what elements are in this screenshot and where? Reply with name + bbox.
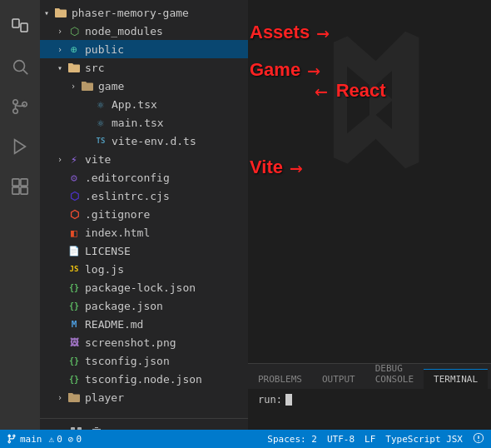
item-label: screenshot.png [85, 336, 248, 349]
svg-rect-8 [12, 179, 19, 186]
git-branch-status[interactable]: main [7, 434, 42, 445]
folder-chevron: › [53, 391, 67, 404]
item-label: index.html [85, 226, 248, 239]
tree-item-package-lock.json[interactable]: {}package-lock.json [40, 278, 248, 296]
svg-rect-0 [12, 19, 19, 27]
item-label: .editorconfig [85, 172, 248, 184]
tree-item-tsconfig.json[interactable]: {}tsconfig.json [40, 351, 248, 370]
item-label: vite-env.d.ts [112, 135, 248, 147]
warnings-count: 0 [76, 434, 82, 445]
tree-item-LICENSE[interactable]: 📄LICENSE [40, 241, 248, 260]
tree-item-node_modules[interactable]: ›⬡node_modules [40, 22, 248, 40]
main-area: Assets → Game → ← React Vite → PROBLEMS … [248, 0, 491, 448]
file-spacer [53, 372, 67, 386]
notification-icon[interactable] [473, 432, 484, 446]
tab-problems[interactable]: PROBLEMS [248, 370, 312, 389]
svg-rect-10 [12, 187, 19, 194]
svg-point-5 [13, 109, 18, 114]
file-icon: {} [67, 354, 82, 367]
branch-name: main [20, 434, 42, 445]
extensions-icon[interactable] [0, 167, 40, 207]
tab-output[interactable]: OUTPUT [312, 370, 365, 389]
tree-item-vite-env.d.ts[interactable]: TSvite-env.d.ts [40, 132, 248, 150]
svg-marker-7 [15, 140, 26, 154]
tree-item-public[interactable]: ›⊕public [40, 40, 248, 58]
file-icon: JS [67, 262, 82, 276]
item-label: node_modules [85, 25, 248, 37]
tree-item-README.md[interactable]: MREADME.md [40, 315, 248, 333]
folder-icon [67, 61, 82, 74]
item-label: README.md [85, 318, 248, 331]
tree-item-log.js[interactable]: JSlog.js [40, 260, 248, 278]
tab-debug-console[interactable]: DEBUG CONSOLE [365, 359, 424, 389]
item-label: App.tsx [112, 98, 248, 111]
git-icon[interactable] [0, 87, 40, 127]
file-spacer [53, 171, 67, 184]
file-spacer [53, 189, 67, 202]
file-icon: {} [67, 299, 82, 312]
file-icon: 📄 [67, 244, 82, 257]
errors-count: 0 [57, 434, 62, 445]
status-right: Spaces: 2 UTF-8 LF TypeScript JSX [267, 432, 484, 446]
item-label: tsconfig.node.json [85, 373, 248, 386]
tab-ports[interactable]: PORTS [488, 370, 491, 389]
item-label: package.json [85, 300, 248, 312]
file-icon: ⚛ [93, 116, 108, 129]
errors-status[interactable]: ⚠ 0 ⊘ 0 [49, 434, 82, 445]
folder-icon [53, 6, 68, 19]
tree-item-package.json[interactable]: {}package.json [40, 296, 248, 315]
folder-chevron: › [53, 42, 67, 56]
line-ending-status[interactable]: LF [365, 434, 375, 445]
tree-item-game[interactable]: ›game [40, 77, 248, 95]
tree-item-App.tsx[interactable]: ⚛App.tsx [40, 95, 248, 113]
terminal-prompt: run: [258, 394, 282, 406]
status-left: main ⚠ 0 ⊘ 0 [7, 434, 82, 445]
tree-item-tsconfig.node.json[interactable]: {}tsconfig.node.json [40, 370, 248, 388]
search-icon[interactable] [0, 47, 40, 87]
item-label: phaser-memory-game [72, 7, 248, 19]
folder-chevron: › [67, 79, 80, 92]
tree-item-.gitignore[interactable]: ⬡.gitignore [40, 205, 248, 223]
tree-item-player[interactable]: ›player [40, 388, 248, 406]
vite-label: Vite [250, 157, 283, 178]
file-spacer [80, 134, 93, 147]
tree-item-screenshot.png[interactable]: 🖼screenshot.png [40, 333, 248, 351]
item-label: game [98, 80, 248, 92]
debug-icon[interactable] [0, 127, 40, 167]
folder-chevron: › [53, 24, 67, 37]
item-label: tsconfig.json [85, 355, 248, 367]
file-icon: ⚙ [67, 171, 82, 184]
status-bar: main ⚠ 0 ⊘ 0 Spaces: 2 UTF-8 LF TypeScri… [0, 430, 491, 448]
encoding-status[interactable]: UTF-8 [327, 434, 355, 445]
item-label: main.tsx [112, 117, 248, 129]
tab-terminal[interactable]: TERMINAL [424, 369, 488, 389]
tree-item-.editorconfig[interactable]: ⚙.editorconfig [40, 168, 248, 187]
spaces-status[interactable]: Spaces: 2 [267, 434, 317, 445]
tree-item-vite[interactable]: ›⚡vite [40, 150, 248, 168]
tree-item-index.html[interactable]: ◧index.html [40, 223, 248, 241]
item-label: package-lock.json [85, 281, 248, 294]
folder-chevron: ▾ [40, 6, 53, 19]
file-icon: ⬡ [67, 189, 82, 202]
file-spacer [53, 207, 67, 221]
file-icon: M [67, 317, 82, 331]
file-spacer [80, 97, 93, 111]
tree-item-src[interactable]: ▾src [40, 58, 248, 77]
tree-item-phaser-memory-game[interactable]: ▾phaser-memory-game [40, 3, 248, 22]
folder-icon: ⬡ [67, 24, 82, 37]
file-spacer [53, 226, 67, 239]
svg-rect-11 [21, 187, 27, 194]
svg-point-2 [14, 61, 25, 72]
file-icon: ◧ [67, 226, 82, 239]
tree-item-main.tsx[interactable]: ⚛main.tsx [40, 113, 248, 132]
file-icon: TS [93, 134, 108, 147]
file-spacer [53, 317, 67, 331]
folder-chevron: ▾ [53, 61, 67, 74]
explorer-icon[interactable] [0, 7, 40, 47]
language-status[interactable]: TypeScript JSX [385, 434, 463, 445]
tree-item-.eslintrc.cjs[interactable]: ⬡.eslintrc.cjs [40, 187, 248, 205]
item-label: .eslintrc.cjs [85, 190, 248, 202]
sidebar: ▾phaser-memory-game›⬡node_modules›⊕publi… [40, 0, 248, 448]
item-label: src [85, 62, 248, 74]
file-icon: ⚛ [93, 97, 108, 111]
